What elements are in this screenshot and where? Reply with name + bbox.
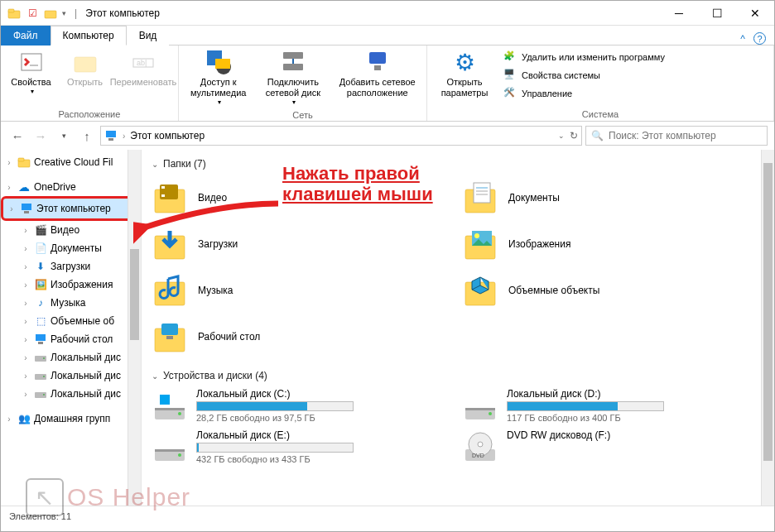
drive-free-text: 432 ГБ свободно из 433 ГБ [196,454,454,464]
main-scrollbar[interactable] [761,150,774,506]
svg-point-53 [489,412,492,415]
manage-button[interactable]: 🛠️Управление [500,85,668,102]
sidebar-item[interactable]: ›📄Документы [1,239,141,257]
close-button[interactable]: ✕ [736,1,774,26]
sidebar-item[interactable]: ›♪Музыка [1,294,141,312]
tab-computer[interactable]: Компьютер [51,26,127,46]
folder-item[interactable]: Видео [152,176,454,219]
folder-item[interactable]: Изображения [462,223,764,266]
sidebar-item-label: Локальный дис [51,352,121,363]
svg-rect-4 [75,57,96,72]
drive-name: DVD RW дисковод (F:) [507,429,764,441]
folders-section-header[interactable]: ⌄ Папки (7) [152,158,764,170]
svg-rect-2 [45,11,56,18]
address-box[interactable]: › Этот компьютер ⌄ ↻ [100,126,582,146]
folder-name: Объемные объекты [508,285,599,296]
chevron-icon[interactable]: › [21,371,31,381]
drive-item[interactable]: DVDDVD RW дисковод (F:) [462,429,764,466]
drive-name: Локальный диск (C:) [196,388,454,400]
svg-point-56 [178,453,181,457]
system-properties-button[interactable]: 🖥️Свойства системы [500,67,668,84]
svg-point-28 [43,394,45,395]
folder-item[interactable]: Музыка [152,269,454,312]
address-dropdown-icon[interactable]: ⌄ [558,132,565,140]
sidebar-item[interactable]: ›Creative Cloud Fil [1,153,141,171]
group-network-label: Сеть [184,108,421,122]
refresh-icon[interactable]: ↻ [570,130,578,141]
folder-name: Рабочий стол [198,331,260,343]
search-input[interactable] [609,130,762,141]
chevron-icon[interactable]: › [21,390,31,399]
drives-section-header[interactable]: ⌄ Устройства и диски (4) [152,370,764,381]
chevron-icon[interactable]: › [7,204,17,213]
sidebar-item[interactable]: ›🖼️Изображения [1,276,141,294]
window-title: Этот компьютер [85,7,160,19]
chevron-icon[interactable]: › [4,158,14,167]
svg-rect-31 [161,186,165,189]
group-location-label: Расположение [6,108,173,121]
collapse-ribbon-icon[interactable]: ^ [740,33,745,45]
chevron-icon[interactable]: › [21,262,31,271]
back-button[interactable]: ← [7,126,27,146]
address-text: Этот компьютер [130,130,205,141]
folder-name: Изображения [508,238,570,250]
explorer-icon [7,7,21,20]
recent-button[interactable]: ▾ [54,126,74,146]
sidebar-scrollbar[interactable] [128,150,141,506]
chevron-icon[interactable]: › [21,226,31,235]
chevron-icon[interactable]: › [21,317,31,326]
drive-item[interactable]: Локальный диск (D:)117 ГБ свободно из 40… [462,388,764,424]
properties-button[interactable]: Свойства▾ [6,47,56,98]
forward-button[interactable]: → [31,126,51,146]
dvd-icon: DVD [462,429,498,466]
chevron-icon[interactable]: › [21,299,31,308]
folder-name: Загрузки [198,238,238,250]
sidebar-item[interactable]: ›⬇Загрузки [1,257,141,276]
chevron-icon[interactable]: › [21,280,31,290]
folder-item[interactable]: Объемные объекты [462,269,764,312]
uninstall-button[interactable]: 🧩Удалить или изменить программу [500,49,668,65]
minimize-button[interactable]: ─ [660,1,698,26]
sidebar-item[interactable]: ›🎬Видео [1,221,141,239]
help-icon[interactable]: ? [753,32,766,45]
open-settings-button[interactable]: ⚙ Открыть параметры [432,47,497,100]
chevron-icon[interactable]: › [4,415,14,424]
search-box[interactable]: 🔍 [585,126,768,146]
downloads-folder-icon [152,226,188,262]
qat-properties-icon[interactable]: ☑ [26,7,39,20]
sidebar-item[interactable]: ›☁OneDrive [1,178,141,196]
sidebar-item[interactable]: ›⬚Объемные об [1,312,141,330]
add-network-location-button[interactable]: Добавить сетевое расположение [333,47,421,100]
sidebar-item-this-pc[interactable]: ›Этот компьютер [1,196,141,221]
map-drive-button[interactable]: Подключить сетевой диск▾ [256,47,330,108]
sidebar-item[interactable]: ›Локальный дис [1,367,141,385]
sidebar-item-label: OneDrive [34,181,76,193]
drive-item[interactable]: Локальный диск (C:)28,2 ГБ свободно из 9… [152,388,454,424]
watermark: ↖ OS Helper [26,478,190,516]
folder-item[interactable]: Загрузки [152,223,454,266]
sidebar-item-label: Изображения [51,279,113,290]
svg-rect-1 [8,9,14,12]
qat-newfolder-icon[interactable] [44,7,57,20]
drive-item[interactable]: Локальный диск (E:)432 ГБ свободно из 43… [152,429,454,466]
chevron-icon[interactable]: › [4,183,14,192]
media-access-button[interactable]: Доступ к мультимедиа▾ [184,47,253,108]
up-button[interactable]: ↑ [77,126,97,146]
qat-dropdown-icon[interactable]: ▾ [62,9,66,17]
tab-file[interactable]: Файл [1,26,51,46]
sidebar-item[interactable]: ›👥Домашняя групп [1,410,141,428]
svg-rect-21 [36,334,46,341]
sidebar-item[interactable]: ›Рабочий стол [1,330,141,348]
sidebar-item[interactable]: ›Локальный дис [1,348,141,367]
chevron-icon[interactable]: › [21,353,31,362]
svg-rect-32 [161,194,165,197]
sidebar-item[interactable]: ›Локальный дис [1,385,141,403]
maximize-button[interactable]: ☐ [698,1,736,26]
svg-text:DVD: DVD [472,453,484,458]
svg-rect-50 [160,395,170,405]
folder-item[interactable]: Документы [462,176,764,219]
tab-view[interactable]: Вид [127,26,170,46]
chevron-icon[interactable]: › [21,335,31,344]
folder-item[interactable]: Рабочий стол [152,315,454,358]
chevron-icon[interactable]: › [21,244,31,253]
